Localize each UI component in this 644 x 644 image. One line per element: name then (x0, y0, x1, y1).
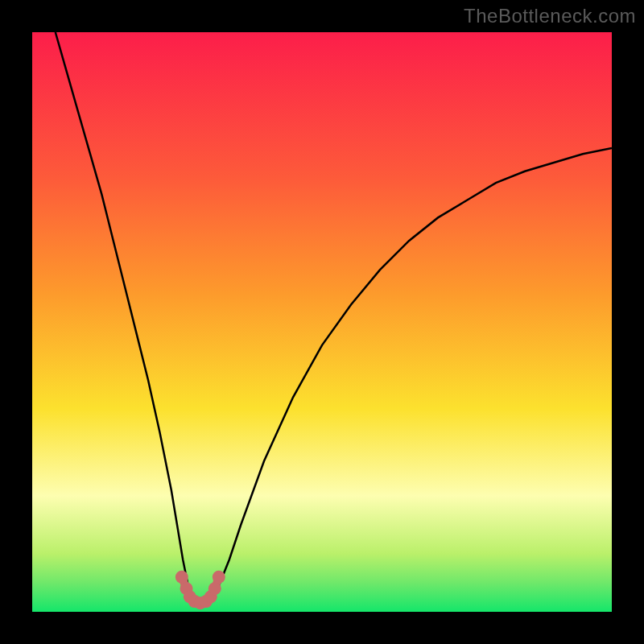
watermark-text: TheBottleneck.com (464, 5, 636, 27)
valley-marker (175, 571, 188, 584)
valley-marker (213, 571, 225, 584)
bottleneck-curve (56, 32, 612, 603)
plot-area (32, 32, 612, 612)
chart-frame: TheBottleneck.com (0, 0, 644, 644)
curve-layer (32, 32, 612, 612)
valley-marker (208, 582, 221, 595)
